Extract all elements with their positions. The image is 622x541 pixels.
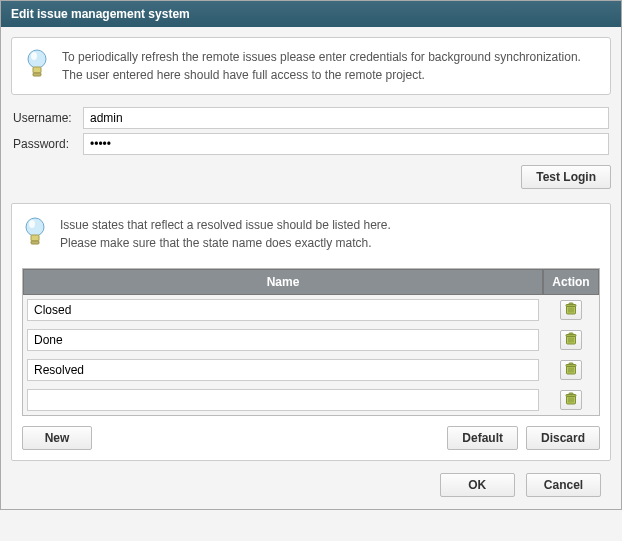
name-cell (23, 325, 543, 355)
lightbulb-icon (24, 48, 50, 83)
name-cell (23, 355, 543, 385)
svg-point-4 (26, 218, 44, 236)
dialog-titlebar: Edit issue management system (1, 1, 621, 27)
delete-row-button[interactable] (560, 300, 582, 320)
test-login-button[interactable]: Test Login (521, 165, 611, 189)
col-header-action: Action (543, 269, 599, 295)
states-info-text: Issue states that reflect a resolved iss… (60, 216, 391, 252)
col-header-name: Name (23, 269, 543, 295)
state-name-input[interactable] (27, 359, 539, 381)
table-row (23, 325, 599, 355)
default-button[interactable]: Default (447, 426, 518, 450)
username-label: Username: (13, 111, 83, 125)
username-row: Username: (13, 107, 609, 129)
info-line: Please make sure that the state name doe… (60, 234, 391, 252)
states-info-box: Issue states that reflect a resolved iss… (22, 214, 600, 260)
trash-icon (564, 302, 578, 319)
svg-rect-22 (569, 363, 573, 365)
trash-icon (564, 362, 578, 379)
credentials-fields: Username: Password: (11, 107, 611, 155)
state-name-input[interactable] (27, 299, 539, 321)
dialog-title: Edit issue management system (11, 7, 190, 21)
delete-row-button[interactable] (560, 390, 582, 410)
svg-point-0 (28, 50, 46, 68)
password-row: Password: (13, 133, 609, 155)
info-line: Issue states that reflect a resolved iss… (60, 216, 391, 234)
password-label: Password: (13, 137, 83, 151)
svg-rect-2 (33, 67, 41, 73)
action-cell (543, 385, 599, 415)
table-row (23, 385, 599, 415)
name-cell (23, 295, 543, 325)
dialog-content: To periodically refresh the remote issue… (1, 27, 621, 509)
svg-rect-3 (33, 73, 41, 76)
svg-rect-16 (569, 333, 573, 335)
dialog-window: Edit issue management system To periodic… (0, 0, 622, 510)
states-panel: Issue states that reflect a resolved iss… (11, 203, 611, 461)
svg-rect-6 (31, 235, 39, 241)
svg-point-5 (29, 220, 35, 228)
states-table: Name Action (22, 268, 600, 416)
states-button-row: New Default Discard (22, 426, 600, 450)
name-cell (23, 385, 543, 415)
table-row (23, 355, 599, 385)
discard-button[interactable]: Discard (526, 426, 600, 450)
delete-row-button[interactable] (560, 330, 582, 350)
action-cell (543, 295, 599, 325)
ok-button[interactable]: OK (440, 473, 515, 497)
svg-rect-10 (569, 303, 573, 305)
action-cell (543, 355, 599, 385)
new-button[interactable]: New (22, 426, 92, 450)
table-row (23, 295, 599, 325)
svg-rect-7 (31, 241, 39, 244)
lightbulb-icon (22, 216, 48, 251)
info-line: The user entered here should have full a… (62, 66, 581, 84)
delete-row-button[interactable] (560, 360, 582, 380)
action-cell (543, 325, 599, 355)
trash-icon (564, 392, 578, 409)
state-name-input[interactable] (27, 389, 539, 411)
cancel-button[interactable]: Cancel (526, 473, 601, 497)
credentials-info-text: To periodically refresh the remote issue… (62, 48, 581, 84)
spacer (92, 426, 439, 450)
svg-point-1 (31, 52, 37, 60)
svg-rect-28 (569, 393, 573, 395)
state-name-input[interactable] (27, 329, 539, 351)
credentials-info-box: To periodically refresh the remote issue… (11, 37, 611, 95)
trash-icon (564, 332, 578, 349)
test-login-row: Test Login (11, 165, 611, 189)
username-input[interactable] (83, 107, 609, 129)
info-line: To periodically refresh the remote issue… (62, 48, 581, 66)
dialog-footer: OK Cancel (11, 461, 611, 497)
password-input[interactable] (83, 133, 609, 155)
